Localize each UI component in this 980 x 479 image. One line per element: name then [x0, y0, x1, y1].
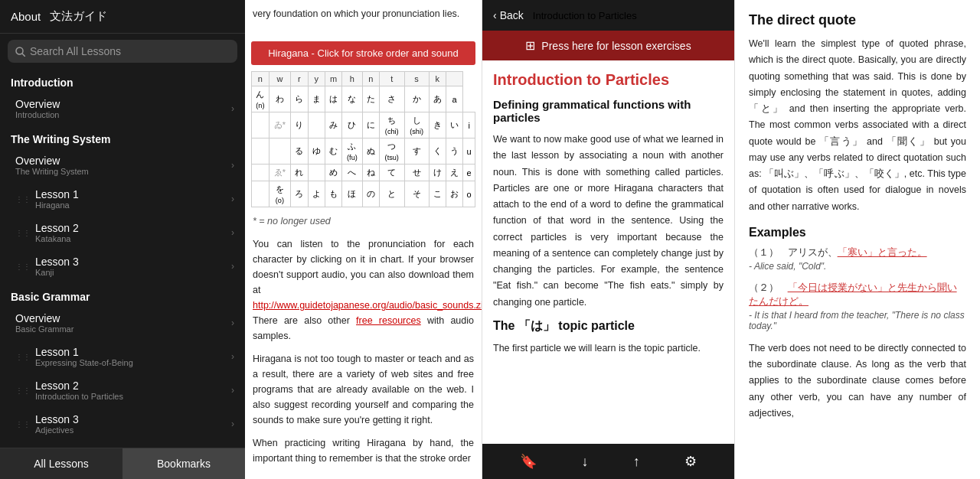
kana-cell[interactable]: み: [325, 112, 341, 138]
bookmarks-button[interactable]: Bookmarks: [122, 448, 245, 479]
kana-cell[interactable]: ぬ: [362, 138, 379, 165]
examples-heading: Examples: [749, 226, 966, 240]
svg-line-1: [22, 54, 25, 57]
kana-cell[interactable]: つ(tsu): [379, 138, 404, 165]
kana-cell[interactable]: す: [404, 138, 429, 165]
kana-cell[interactable]: は: [325, 86, 341, 112]
nav-item-lesson2-katakana[interactable]: ⋮⋮ Lesson 2 Katakana ›: [0, 216, 245, 249]
kana-cell[interactable]: め: [325, 165, 341, 181]
right-body1: We'll learn the simplest type of quoted …: [749, 36, 966, 215]
example-en-2: - It is that I heard from the teacher, "…: [749, 310, 966, 331]
kana-cell[interactable]: ゐ*: [269, 112, 290, 138]
kana-cell[interactable]: き: [429, 112, 446, 138]
kana-cell: [308, 165, 325, 181]
nav-item-lesson1-state[interactable]: ⋮⋮ Lesson 1 Expressing State-of-Being ›: [0, 340, 245, 373]
chevron-right-icon: ›: [231, 351, 234, 362]
nav-sublabel: Introduction: [15, 110, 231, 119]
kana-cell[interactable]: し(shi): [404, 112, 429, 138]
example-2: （２） 「今日は授業がない」と先生から聞いたんだけど。 - It is that…: [749, 281, 966, 331]
kana-cell[interactable]: よ: [308, 181, 325, 207]
kana-cell[interactable]: い: [446, 112, 462, 138]
kana-cell[interactable]: を(o): [269, 181, 290, 207]
drag-handle-icon: ⋮⋮: [15, 195, 31, 204]
nav-item-lesson3-adjectives[interactable]: ⋮⋮ Lesson 3 Adjectives ›: [0, 407, 245, 441]
kana-cell[interactable]: ろ: [291, 181, 308, 207]
kana-cell[interactable]: の: [362, 181, 379, 207]
kana-cell: o: [463, 181, 475, 207]
kana-cell: a: [446, 86, 462, 112]
search-bar[interactable]: Search All Lessons: [8, 40, 237, 63]
example-link-2[interactable]: 「今日は授業がない」と先生から聞いたんだけど。: [749, 282, 957, 307]
sidebar: About 文法ガイド Search All Lessons Introduct…: [0, 0, 245, 479]
kana-cell[interactable]: こ: [429, 181, 446, 207]
kana-cell[interactable]: ち(chi): [379, 112, 404, 138]
col-header: t: [379, 72, 404, 86]
back-button[interactable]: ‹ Back: [493, 9, 524, 21]
nav-item-intro-overview[interactable]: Overview Introduction ›: [0, 92, 245, 125]
scroll-down-icon[interactable]: ↓: [581, 454, 588, 470]
kana-cell[interactable]: り: [291, 112, 308, 138]
all-lessons-button[interactable]: All Lessons: [0, 448, 122, 479]
lesson-content: Introduction to Particles Defining gramm…: [482, 60, 734, 444]
nav-item-lesson1-hiragana[interactable]: ⋮⋮ Lesson 1 Hiragana ›: [0, 182, 245, 216]
nav-sublabel: Hiragana: [35, 200, 231, 210]
kana-cell[interactable]: ひ: [342, 112, 362, 138]
nav-label: Lesson 2: [35, 222, 231, 234]
search-placeholder: Search All Lessons: [30, 45, 121, 57]
hiragana-button[interactable]: Hiragana - Click for stroke order and so…: [251, 41, 475, 65]
kana-cell[interactable]: ゆ: [308, 138, 325, 165]
kana-cell[interactable]: ふ(fu): [342, 138, 362, 165]
kana-cell[interactable]: お: [446, 181, 462, 207]
sidebar-title: 文法ガイド: [50, 9, 107, 24]
nav-label: Lesson 1: [35, 188, 231, 200]
kana-cell[interactable]: る: [291, 138, 308, 165]
kana-cell[interactable]: れ: [291, 165, 308, 181]
kana-cell[interactable]: た: [362, 86, 379, 112]
bookmark-icon[interactable]: 🔖: [520, 453, 537, 470]
col-header: s: [404, 72, 429, 86]
scroll-up-icon[interactable]: ↑: [633, 454, 640, 470]
kana-cell[interactable]: ね: [362, 165, 379, 181]
chevron-right-icon: ›: [231, 385, 234, 396]
kana-cell[interactable]: も: [325, 181, 341, 207]
nav-item-lesson2-particles[interactable]: ⋮⋮ Lesson 2 Introduction to Particles ›: [0, 373, 245, 407]
kana-cell[interactable]: そ: [404, 181, 429, 207]
nav-label: Lesson 3: [35, 256, 231, 268]
right-body2: The verb does not need to be directly co…: [749, 341, 966, 422]
kana-cell[interactable]: え: [446, 165, 462, 181]
kana-cell[interactable]: う: [446, 138, 462, 165]
nav-label: Overview: [15, 155, 231, 167]
free-resources-link[interactable]: free resources: [356, 315, 421, 326]
kana-cell[interactable]: て: [379, 165, 404, 181]
settings-icon[interactable]: ⚙: [684, 453, 697, 470]
kana-cell[interactable]: ほ: [342, 181, 362, 207]
kana-cell[interactable]: わ: [269, 86, 290, 112]
nav-section-introduction: Introduction: [0, 69, 245, 92]
kana-cell: [269, 138, 290, 165]
kana-cell[interactable]: せ: [404, 165, 429, 181]
kana-cell[interactable]: む: [325, 138, 341, 165]
kana-cell[interactable]: ら: [291, 86, 308, 112]
kana-cell[interactable]: へ: [342, 165, 362, 181]
nav-item-writing-overview[interactable]: Overview The Writing System ›: [0, 148, 245, 182]
kana-cell[interactable]: く: [429, 138, 446, 165]
nav-label: Overview: [15, 98, 231, 110]
exercises-bar[interactable]: ⊞ Press here for lesson exercises: [482, 31, 734, 60]
kana-cell[interactable]: あ: [429, 86, 446, 112]
kana-cell[interactable]: と: [379, 181, 404, 207]
kana-cell[interactable]: か: [404, 86, 429, 112]
kana-cell[interactable]: ん(n): [252, 86, 270, 112]
nav-item-lesson3-kanji[interactable]: ⋮⋮ Lesson 3 Kanji ›: [0, 249, 245, 283]
kana-cell[interactable]: け: [429, 165, 446, 181]
kana-cell[interactable]: さ: [379, 86, 404, 112]
example-link-1[interactable]: 「寒い」と言った。: [838, 246, 927, 258]
kana-cell[interactable]: ま: [308, 86, 325, 112]
about-link[interactable]: About: [11, 10, 41, 23]
kana-cell[interactable]: な: [342, 86, 362, 112]
lesson-title: Introduction to Particles: [493, 71, 724, 89]
col-header: h: [342, 72, 362, 86]
audio-link[interactable]: http://www.guidetojapanese.org/audio/bas…: [253, 300, 482, 311]
kana-cell[interactable]: に: [362, 112, 379, 138]
nav-item-grammar-overview[interactable]: Overview Basic Grammar ›: [0, 306, 245, 340]
kana-cell[interactable]: ゑ*: [269, 165, 290, 181]
